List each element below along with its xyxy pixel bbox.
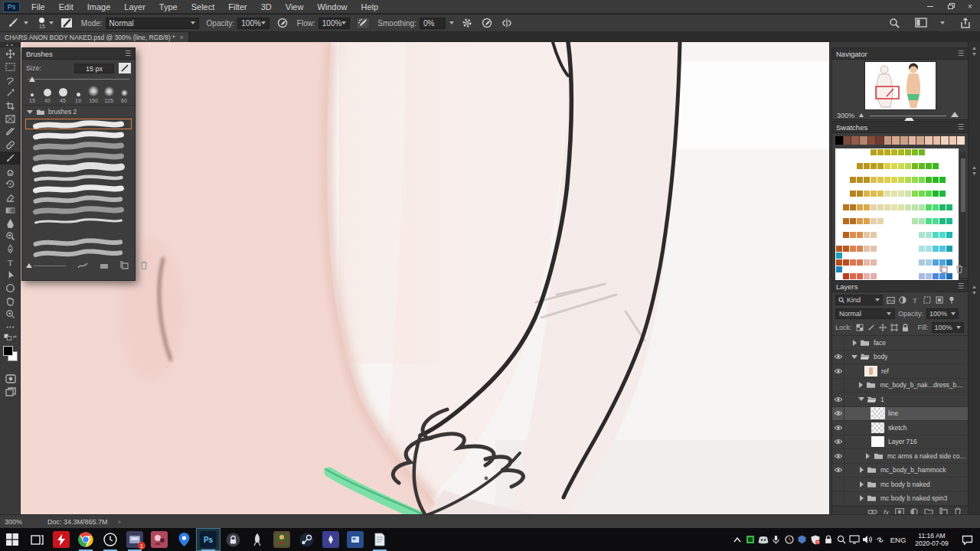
swatch-cell[interactable] — [843, 218, 849, 224]
swatch-cell[interactable] — [912, 232, 918, 238]
layer-row-mc-body-b-hammock[interactable]: mc_body_b_hammock — [832, 464, 968, 478]
swatch-cell[interactable] — [891, 246, 897, 252]
swatch-cell[interactable] — [877, 177, 884, 183]
marquee-tool[interactable] — [0, 60, 21, 73]
swatch-cell[interactable] — [843, 246, 849, 252]
eraser-tool[interactable] — [0, 191, 21, 204]
swatch-cell[interactable] — [898, 191, 904, 197]
language-indicator[interactable]: ENG — [887, 536, 910, 544]
document-canvas[interactable] — [21, 42, 829, 514]
swatch-cell[interactable] — [933, 273, 939, 279]
brush-tool-preset-icon[interactable] — [6, 17, 20, 29]
swatch-cell[interactable] — [850, 177, 856, 183]
swatch-cell[interactable] — [836, 156, 842, 162]
swatch-cell[interactable] — [850, 273, 856, 279]
app-maps[interactable] — [172, 528, 196, 551]
display-icon[interactable] — [848, 528, 861, 551]
flow-select[interactable]: 100% — [318, 18, 351, 29]
paint-symmetry-icon[interactable] — [500, 17, 514, 29]
layer-row-line[interactable]: line — [832, 407, 968, 422]
swatch-cell[interactable] — [939, 149, 946, 155]
layer-row-mc-body-b-naked-spin3[interactable]: mc body b naked spin3 — [832, 492, 968, 507]
link-icon[interactable] — [874, 528, 887, 551]
blur-tool[interactable] — [0, 217, 21, 230]
swatch-cell[interactable] — [836, 259, 842, 266]
swatch-cell[interactable] — [843, 191, 849, 197]
brush-size-input[interactable]: 15 px — [74, 64, 114, 73]
restore-button[interactable] — [940, 0, 960, 14]
visibility-toggle[interactable] — [832, 435, 844, 449]
navigator-thumbnail[interactable] — [865, 62, 936, 109]
move-tool[interactable] — [0, 47, 21, 60]
swatch-cell[interactable] — [946, 218, 952, 224]
swatch-cell[interactable] — [898, 232, 904, 238]
type-filter-icon[interactable]: T — [910, 295, 920, 305]
swatch-cell[interactable] — [905, 191, 911, 197]
layer-thumbnail[interactable] — [864, 366, 877, 377]
swatch-cell[interactable] — [946, 246, 952, 252]
swatch-cell[interactable] — [919, 204, 925, 210]
layer-row-mc-body-b-nak-dress-bottom[interactable]: mc_body_b_nak...dress_bottom — [832, 379, 968, 393]
swatch-cell[interactable] — [877, 259, 884, 266]
lock-icon[interactable] — [822, 528, 835, 551]
app-chrome[interactable] — [74, 528, 98, 551]
tool-preset-caret-icon[interactable] — [24, 21, 28, 24]
magnifier-icon[interactable] — [835, 528, 848, 551]
swatch-cell[interactable] — [919, 177, 925, 183]
recent-swatch-15[interactable] — [949, 136, 957, 145]
swatch-cell[interactable] — [926, 177, 932, 183]
swatch-cell[interactable] — [864, 232, 870, 238]
brush-preset-40[interactable]: 40 — [40, 86, 55, 103]
swatch-cell[interactable] — [912, 149, 918, 155]
swatch-cell[interactable] — [877, 149, 884, 155]
recent-swatch-6[interactable] — [876, 136, 884, 145]
layer-thumbnail[interactable] — [871, 408, 884, 419]
menu-image[interactable]: Image — [80, 0, 118, 14]
swatch-cell[interactable] — [884, 273, 890, 279]
recent-swatch-14[interactable] — [941, 136, 949, 145]
app-game-pink[interactable] — [147, 528, 172, 551]
app-steam[interactable] — [294, 528, 318, 551]
visibility-toggle[interactable] — [832, 393, 844, 406]
app-game-purple[interactable] — [318, 528, 343, 551]
swatch-cell[interactable] — [926, 259, 932, 266]
workspace-caret-icon[interactable] — [940, 21, 945, 24]
microphone-icon[interactable] — [769, 528, 782, 551]
brush-stroke-8[interactable] — [25, 194, 132, 204]
swatch-cell[interactable] — [884, 177, 890, 183]
share-icon[interactable] — [959, 17, 972, 29]
brush-preset-125[interactable]: 125 — [101, 86, 116, 103]
app-window-badge[interactable]: 1 — [122, 528, 147, 551]
smart-filter-icon[interactable] — [934, 295, 945, 305]
swatch-cell[interactable] — [877, 246, 884, 252]
clock[interactable]: 11:16 AM 2020-07-09 — [910, 532, 954, 547]
app-game-color[interactable] — [270, 528, 294, 551]
swatch-cell[interactable] — [891, 232, 897, 238]
lock-move-icon[interactable] — [878, 323, 887, 333]
swatch-cell[interactable] — [864, 273, 870, 279]
swatch-cell[interactable] — [836, 211, 842, 217]
opacity-select[interactable]: 100% — [237, 18, 270, 29]
swatch-cell[interactable] — [877, 218, 884, 224]
swatch-cell[interactable] — [871, 232, 877, 238]
swatch-cell[interactable] — [871, 273, 877, 279]
swatch-cell[interactable] — [926, 191, 932, 197]
brush-group-icon[interactable] — [100, 259, 109, 272]
pressure-size-icon[interactable] — [480, 17, 494, 29]
history-brush-tool[interactable] — [0, 178, 21, 191]
brush-stroke-6[interactable] — [25, 172, 132, 183]
brush-stroke-4[interactable] — [25, 151, 132, 161]
layer-row-face[interactable]: face — [832, 336, 968, 350]
swatch-cell[interactable] — [933, 177, 939, 183]
swatch-cell[interactable] — [898, 149, 904, 155]
menu-layer[interactable]: Layer — [117, 0, 152, 14]
folder-expand-icon[interactable] — [27, 110, 33, 114]
pen-tool[interactable] — [0, 243, 21, 256]
gpu-green-icon[interactable] — [743, 528, 756, 551]
recent-swatch-3[interactable] — [851, 136, 859, 145]
swatch-cell[interactable] — [857, 218, 863, 224]
visibility-toggle[interactable] — [832, 421, 844, 435]
swatch-cell[interactable] — [891, 163, 897, 169]
layer-thumbnail[interactable] — [871, 436, 884, 447]
swatch-cell[interactable] — [905, 232, 911, 238]
